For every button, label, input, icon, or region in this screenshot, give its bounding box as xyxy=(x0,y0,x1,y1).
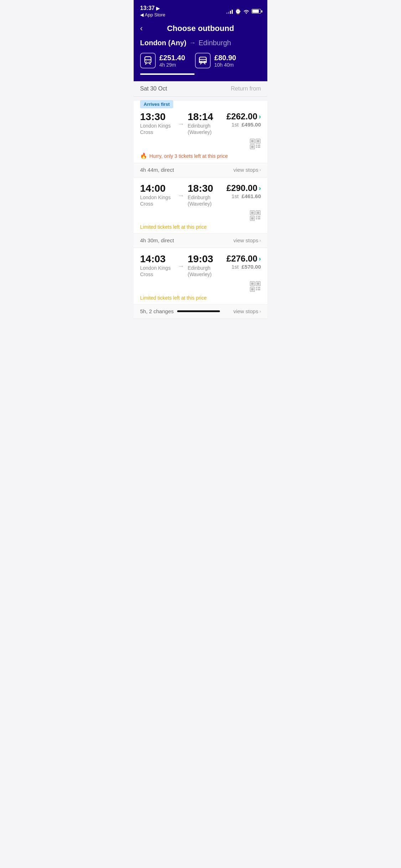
qr-row-3 xyxy=(134,279,267,294)
price-col-1: £262.00 › 1st £495.00 xyxy=(222,112,261,128)
arrive-station-3: Edinburgh (Waverley) xyxy=(188,265,222,278)
route-destination: Edinburgh xyxy=(199,39,231,47)
svg-rect-35 xyxy=(258,287,259,288)
bus-info: £80.90 10h 40m xyxy=(214,54,236,68)
price-main-1: £262.00 › xyxy=(226,112,261,122)
urgency-row-3: Limited tickets left at this price xyxy=(134,294,267,304)
svg-rect-33 xyxy=(251,288,253,290)
svg-rect-15 xyxy=(258,146,260,148)
svg-rect-13 xyxy=(258,145,259,146)
view-stops-chevron-2: › xyxy=(259,238,261,243)
arrive-time-2: 18:30 xyxy=(188,183,222,194)
view-stops-2[interactable]: view stops › xyxy=(233,237,261,243)
app-store-label: ◀ App Store xyxy=(140,12,165,17)
arrive-station-2: Edinburgh (Waverley) xyxy=(188,194,222,207)
result-card-1[interactable]: Arrives first 13:30 London Kings Cross →… xyxy=(134,101,267,177)
status-icons: ⌚ xyxy=(226,9,261,14)
journey-arrow-3: → xyxy=(178,263,184,270)
svg-rect-29 xyxy=(251,282,253,285)
transport-train[interactable]: £251.40 4h 29m xyxy=(140,53,185,68)
header: ‹ Choose outbound London (Any) → Edinbur… xyxy=(134,20,267,81)
duration-text-3: 5h, 2 changes xyxy=(140,308,174,314)
svg-rect-24 xyxy=(258,216,259,218)
price-col-3: £276.00 › 1st £570.00 xyxy=(222,254,261,270)
bus-duration: 10h 40m xyxy=(214,62,236,68)
duration-text-1: 4h 44m, direct xyxy=(140,167,174,173)
tab-indicator xyxy=(140,73,195,75)
svg-rect-9 xyxy=(257,140,259,143)
route-row: London (Any) → Edinburgh xyxy=(140,39,261,47)
qr-icon-2 xyxy=(250,210,261,221)
route-origin: London (Any) xyxy=(140,39,186,47)
battery-icon xyxy=(252,9,261,14)
price-first-1: 1st £495.00 xyxy=(231,122,261,128)
svg-rect-34 xyxy=(256,287,257,288)
urgency-row-1: 🔥 Hurry, only 3 tickets left at this pri… xyxy=(134,151,267,163)
svg-point-1 xyxy=(146,61,147,62)
svg-rect-16 xyxy=(259,145,261,146)
svg-rect-37 xyxy=(258,289,260,290)
journey-main-1: 13:30 London Kings Cross → 18:14 Edinbur… xyxy=(134,109,267,137)
arrive-time-3: 19:03 xyxy=(188,254,222,265)
train-info: £251.40 4h 29m xyxy=(159,54,185,68)
qr-row-2 xyxy=(134,208,267,223)
train-duration: 4h 29m xyxy=(159,62,185,68)
header-nav: ‹ Choose outbound xyxy=(140,24,261,33)
price-chevron-2: › xyxy=(259,185,261,192)
price-main-3: £276.00 › xyxy=(226,254,261,264)
price-chevron-3: › xyxy=(259,255,261,263)
depart-station-3: London Kings Cross xyxy=(140,265,174,278)
view-stops-chevron-1: › xyxy=(259,167,261,172)
journey-times-2: 14:00 London Kings Cross → 18:30 Edinbur… xyxy=(140,183,222,207)
journey-arrive-2: 18:30 Edinburgh (Waverley) xyxy=(188,183,222,207)
duration-text-2: 4h 30m, direct xyxy=(140,237,174,243)
urgency-row-2: Limited tickets left at this price xyxy=(134,223,267,233)
status-time: 13:37 ▶ xyxy=(140,5,165,11)
journey-arrow-1: → xyxy=(178,120,184,128)
journey-depart-3: 14:03 London Kings Cross xyxy=(140,254,174,278)
signal-icon xyxy=(226,9,233,14)
view-stops-1[interactable]: view stops › xyxy=(233,167,261,173)
transport-bus[interactable]: £80.90 10h 40m xyxy=(195,53,236,68)
fire-icon-1: 🔥 xyxy=(140,153,147,159)
wifi-icon: ⌚ xyxy=(235,9,241,14)
duration-row-3: 5h, 2 changes view stops › xyxy=(134,304,267,319)
journey-depart-2: 14:00 London Kings Cross xyxy=(140,183,174,207)
train-icon xyxy=(140,53,156,68)
bus-price: £80.90 xyxy=(214,54,236,62)
duration-with-bar: 5h, 2 changes xyxy=(140,308,220,314)
route-arrow-icon: → xyxy=(189,39,196,47)
depart-station-2: London Kings Cross xyxy=(140,194,174,207)
svg-rect-12 xyxy=(256,145,257,146)
view-stops-3[interactable]: view stops › xyxy=(233,308,261,314)
result-card-2[interactable]: 14:00 London Kings Cross → 18:30 Edinbur… xyxy=(134,177,267,248)
journey-arrive-1: 18:14 Edinburgh (Waverley) xyxy=(188,112,222,135)
depart-time-1: 13:30 xyxy=(140,112,174,123)
limited-text-2: Limited tickets left at this price xyxy=(140,224,207,230)
transport-options: £251.40 4h 29m £80.90 10h 40m xyxy=(140,53,261,68)
status-left: 13:37 ▶ ◀ App Store xyxy=(140,5,165,17)
arrive-time-1: 18:14 xyxy=(188,112,222,123)
limited-text-3: Limited tickets left at this price xyxy=(140,295,207,301)
svg-rect-20 xyxy=(257,212,259,214)
journey-depart-1: 13:30 London Kings Cross xyxy=(140,112,174,135)
bus-icon xyxy=(195,53,211,68)
arrive-station-1: Edinburgh (Waverley) xyxy=(188,123,222,135)
journey-arrow-2: → xyxy=(178,192,184,200)
date-bar: Sat 30 Oct Return from xyxy=(134,81,267,97)
svg-rect-23 xyxy=(256,216,257,218)
svg-point-2 xyxy=(149,61,150,62)
qr-icon-3 xyxy=(250,281,261,292)
journey-times-1: 13:30 London Kings Cross → 18:14 Edinbur… xyxy=(140,112,222,135)
result-card-3[interactable]: 14:03 London Kings Cross → 19:03 Edinbur… xyxy=(134,248,267,319)
svg-rect-26 xyxy=(258,218,260,219)
view-stops-chevron-3: › xyxy=(259,309,261,314)
page-title: Choose outbound xyxy=(167,24,234,33)
depart-time-3: 14:03 xyxy=(140,254,174,265)
duration-row-2: 4h 30m, direct view stops › xyxy=(134,233,267,248)
svg-rect-11 xyxy=(251,146,253,148)
back-button[interactable]: ‹ xyxy=(140,24,143,33)
results-list: Arrives first 13:30 London Kings Cross →… xyxy=(134,101,267,319)
svg-rect-25 xyxy=(256,218,257,219)
price-first-3: 1st £570.00 xyxy=(231,264,261,270)
